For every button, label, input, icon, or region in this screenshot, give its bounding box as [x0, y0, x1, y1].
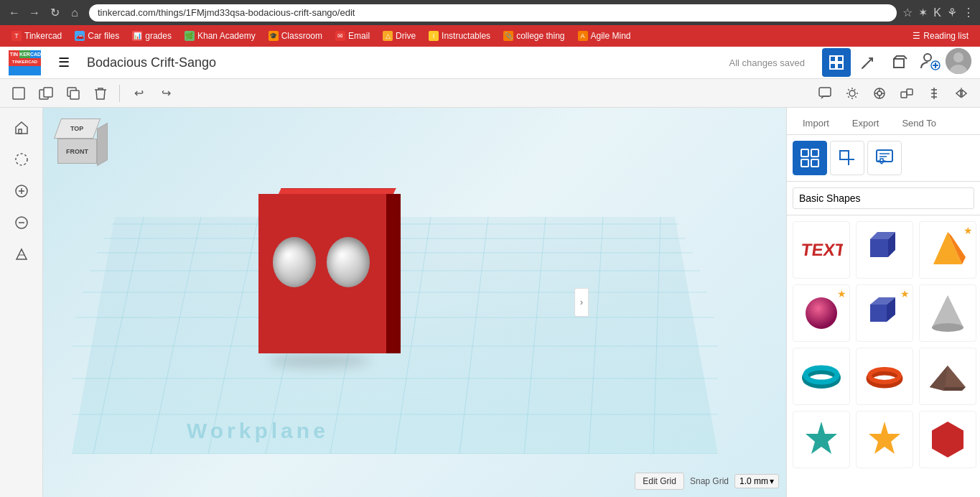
- bookmark-tinkercad-label: Tinkercad: [24, 31, 62, 41]
- bookmark-drive[interactable]: △ Drive: [377, 29, 421, 42]
- shape-text3d[interactable]: TEXT: [793, 221, 850, 279]
- bookmark-grades[interactable]: 📊 grades: [126, 29, 177, 42]
- shapes-info-button[interactable]: [867, 141, 902, 175]
- align-button[interactable]: [868, 82, 891, 105]
- logo-tin: TIN: [9, 50, 19, 58]
- cone-shape-icon: [926, 292, 969, 335]
- shape-box2[interactable]: ★: [856, 284, 913, 342]
- bookmark-classroom[interactable]: 🎓 Classroom: [263, 29, 328, 42]
- viewport[interactable]: TOP FRONT: [43, 108, 786, 497]
- bookmark-agile-icon: A: [578, 31, 588, 41]
- bookmark-instructables[interactable]: I Instructables: [423, 29, 496, 42]
- extensions-button[interactable]: ✶: [918, 6, 928, 19]
- bookmark-tinkercad[interactable]: T Tinkercad: [6, 29, 67, 42]
- menu-icon-button[interactable]: ☰: [50, 48, 78, 77]
- right-panel-icons: [787, 135, 980, 182]
- send-to-tab[interactable]: Send To: [892, 113, 946, 134]
- zoom-in-button[interactable]: [9, 178, 34, 204]
- delete-icon: [94, 86, 107, 101]
- cube-top-face[interactable]: TOP: [54, 119, 101, 139]
- nav-cube[interactable]: TOP FRONT: [50, 115, 108, 172]
- address-bar[interactable]: tinkercad.com/things/1FMjmd33qsa-bodacio…: [89, 4, 897, 22]
- nav-forward-button[interactable]: →: [26, 4, 43, 22]
- bookmark-drive-icon: △: [383, 31, 393, 41]
- edit-grid-button[interactable]: Edit Grid: [635, 473, 684, 490]
- bookmark-khan-icon: 🌿: [185, 31, 195, 41]
- shape-roof[interactable]: [919, 348, 976, 405]
- svg-marker-64: [870, 239, 888, 257]
- shapes-grid: TEXT ★ ★: [787, 215, 980, 474]
- grid-view-button[interactable]: [822, 48, 851, 77]
- zoom-out-button[interactable]: [9, 210, 34, 236]
- svg-point-18: [877, 91, 882, 96]
- bookmark-college[interactable]: 📎 college thing: [498, 29, 570, 42]
- bookmark-instructables-label: Instructables: [442, 31, 490, 41]
- box-tool-button[interactable]: [885, 48, 914, 77]
- puzzle-button[interactable]: ⚘: [947, 6, 957, 19]
- box-tool-icon: [892, 55, 907, 70]
- shape-cone[interactable]: [919, 284, 976, 342]
- tinkercad-logo[interactable]: TIN KER CAD TINKERCAD: [9, 50, 41, 75]
- shape-star[interactable]: [793, 411, 850, 468]
- nav-back-button[interactable]: ←: [6, 4, 23, 22]
- comment-button[interactable]: [813, 82, 836, 105]
- light-button[interactable]: [841, 82, 864, 105]
- zoom-in-icon: [14, 183, 29, 199]
- bookmark-tinkercad-icon: T: [11, 31, 22, 41]
- nav-home-button[interactable]: ⌂: [66, 4, 83, 22]
- bookmark-classroom-label: Classroom: [281, 31, 322, 41]
- cube-right-face[interactable]: [97, 123, 108, 167]
- user-avatar[interactable]: [946, 48, 971, 74]
- text3d-shape-icon: TEXT: [800, 236, 843, 264]
- snap-grid-select[interactable]: 1.0 mm ▾: [734, 474, 779, 488]
- copy-paste-button[interactable]: [34, 82, 57, 105]
- export-tab[interactable]: Export: [842, 113, 890, 134]
- delete-button[interactable]: [89, 82, 112, 105]
- bookmark-khan[interactable]: 🌿 Khan Academy: [179, 29, 261, 42]
- shapes-list-view-button[interactable]: [830, 141, 864, 175]
- shape-pyramid[interactable]: ★: [919, 221, 976, 279]
- shape-hexagon[interactable]: [919, 411, 976, 468]
- bookmark-email[interactable]: ✉ Email: [330, 29, 375, 42]
- mirror-button[interactable]: [950, 82, 973, 105]
- logo-bottom: [9, 66, 41, 75]
- new-icon: [11, 86, 26, 101]
- duplicate-button[interactable]: [62, 82, 85, 105]
- undo-button[interactable]: ↩: [127, 82, 150, 105]
- shape-box[interactable]: [856, 221, 913, 279]
- bookmark-reading-list[interactable]: ☰ Reading list: [907, 29, 974, 42]
- group-button[interactable]: [895, 82, 918, 105]
- shape-ring[interactable]: [856, 348, 913, 405]
- bookmark-star-button[interactable]: ☆: [902, 6, 913, 19]
- home-view-button[interactable]: [9, 115, 34, 141]
- shape-torus[interactable]: [793, 348, 850, 405]
- bookmark-classroom-icon: 🎓: [269, 31, 279, 41]
- bookmark-car-files[interactable]: 🚗 Car files: [69, 29, 125, 42]
- fit-view-button[interactable]: [9, 147, 34, 172]
- logo-ker: KER: [19, 50, 30, 58]
- new-button[interactable]: [7, 82, 30, 105]
- tools-button[interactable]: [854, 48, 882, 77]
- import-tab[interactable]: Import: [793, 113, 839, 134]
- ruler-button[interactable]: [923, 82, 946, 105]
- perspective-button[interactable]: [9, 241, 34, 267]
- svg-marker-83: [869, 422, 900, 454]
- svg-point-5: [924, 54, 931, 61]
- cube-front-face[interactable]: FRONT: [57, 139, 97, 164]
- nav-refresh-button[interactable]: ↻: [46, 4, 63, 22]
- shapes-grid-view-button[interactable]: [793, 141, 827, 175]
- panel-collapse-button[interactable]: ›: [574, 288, 589, 317]
- bookmark-agile[interactable]: A Agile Mind: [572, 29, 637, 42]
- shapes-category-select[interactable]: Basic Shapes: [793, 187, 974, 209]
- align-icon: [872, 86, 887, 101]
- menu-button[interactable]: ⋮: [963, 6, 974, 19]
- shape-sphere[interactable]: ★: [793, 284, 850, 342]
- ring-shape-icon: [863, 355, 906, 398]
- add-user-button[interactable]: [917, 48, 943, 74]
- redo-button[interactable]: ↪: [154, 82, 177, 105]
- app-header: TIN KER CAD TINKERCAD ☰ Bodacious Crift-…: [0, 47, 980, 79]
- shape-star-gold[interactable]: [856, 411, 913, 468]
- main-box: [258, 188, 388, 353]
- profile-button[interactable]: K: [933, 6, 941, 19]
- bookmark-khan-label: Khan Academy: [197, 31, 256, 41]
